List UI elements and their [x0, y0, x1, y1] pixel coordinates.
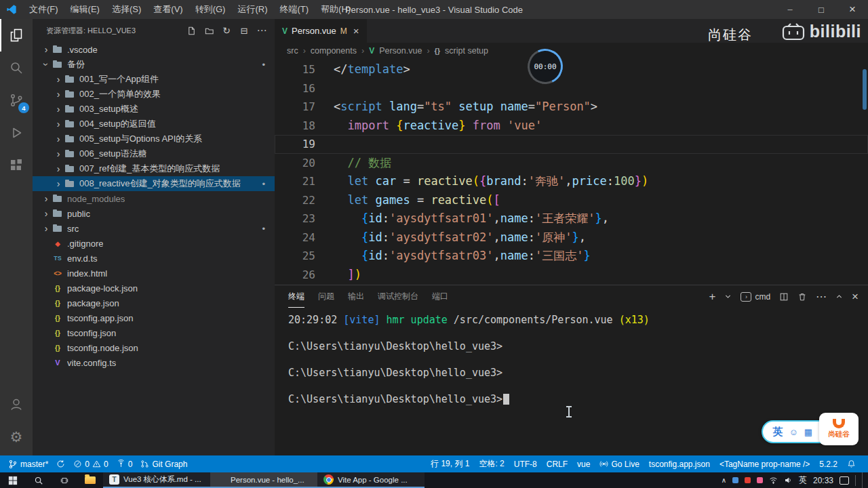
ime-keyboard-icon[interactable]: ▦	[804, 427, 812, 437]
close-panel-icon[interactable]	[852, 290, 859, 304]
tree-item[interactable]: 006_setup语法糖	[33, 146, 275, 161]
ime-language-indicator[interactable]: 英	[799, 474, 807, 486]
tree-item[interactable]: 001_写一个App组件	[33, 72, 275, 87]
new-file-icon[interactable]	[185, 24, 197, 37]
taskbar-app-button[interactable]: Person.vue - hello_...	[210, 472, 317, 488]
code-editor[interactable]: 15 </template> 16 17 <script lang="ts" s…	[275, 59, 868, 285]
menu-item[interactable]: 运行(R)	[231, 0, 273, 19]
extensions-icon[interactable]	[0, 149, 33, 182]
menu-item[interactable]: 编辑(E)	[64, 0, 106, 19]
tree-item[interactable]: public	[33, 206, 275, 221]
editor-tab[interactable]: Person.vue M	[275, 19, 367, 43]
git-graph-item[interactable]: Git Graph	[136, 455, 191, 472]
ime-mode[interactable]: 英	[772, 426, 783, 439]
tag-template-item[interactable]: <TagName prop-name />	[715, 455, 814, 472]
ime-toolbar[interactable]: 英 ☺ ▦ 尚硅谷	[762, 420, 857, 443]
encoding[interactable]: UTF-8	[510, 455, 541, 472]
notifications-bell-icon[interactable]	[843, 455, 860, 472]
panel-more-icon[interactable]	[816, 290, 827, 303]
cursor-position[interactable]: 行 19, 列 1	[427, 455, 473, 472]
new-folder-icon[interactable]	[203, 24, 215, 37]
problems-item[interactable]: 0 0	[69, 455, 112, 472]
tree-item[interactable]: src •	[33, 221, 275, 236]
tree-item[interactable]: tsconfig.app.json	[33, 310, 275, 325]
tray-app-icon[interactable]	[757, 477, 763, 483]
tree-item[interactable]: package-lock.json	[33, 281, 275, 296]
tree-item[interactable]: 004_setup的返回值	[33, 117, 275, 131]
breadcrumb-item[interactable]: script setup	[445, 46, 488, 56]
eol-sequence[interactable]: CRLF	[542, 455, 572, 472]
panel-tab[interactable]: 终端	[288, 285, 304, 308]
tree-item[interactable]: env.d.ts	[33, 251, 275, 266]
tree-item[interactable]: 008_reactive创建_对象类型的响应式数据 •	[33, 176, 275, 191]
terminal-profile[interactable]: cmd	[741, 292, 770, 302]
settings-gear-icon[interactable]: ⚙	[0, 420, 33, 453]
maximize-panel-icon[interactable]	[835, 293, 843, 300]
breadcrumb-item[interactable]: Person.vue	[379, 46, 422, 56]
explorer-icon[interactable]	[0, 19, 33, 52]
tree-item[interactable]: tsconfig.node.json	[33, 340, 275, 355]
menu-item[interactable]: 转到(G)	[189, 0, 232, 19]
tree-item[interactable]: node_modules	[33, 191, 275, 206]
start-button[interactable]	[0, 472, 26, 488]
taskbar-search-icon[interactable]	[26, 472, 52, 488]
tree-item[interactable]: vite.config.ts	[33, 355, 275, 370]
refresh-icon[interactable]	[220, 24, 233, 37]
menu-item[interactable]: 文件(F)	[23, 0, 64, 19]
minimize-button[interactable]	[774, 0, 806, 19]
new-terminal-icon[interactable]	[709, 291, 715, 302]
tree-item[interactable]: 007_ref创建_基本类型的响应式数据	[33, 161, 275, 176]
panel-tab[interactable]: 端口	[432, 285, 448, 308]
tree-item[interactable]: .vscode	[33, 42, 275, 57]
ports-item[interactable]: 0	[113, 455, 137, 472]
kill-terminal-icon[interactable]	[797, 292, 807, 302]
language-mode[interactable]: vue	[573, 455, 594, 472]
tree-item[interactable]: 003_setup概述	[33, 102, 275, 117]
terminal-dropdown-icon[interactable]	[724, 293, 732, 300]
show-desktop-button[interactable]	[862, 472, 865, 488]
search-icon[interactable]	[0, 52, 33, 84]
network-icon[interactable]	[769, 476, 778, 485]
collapse-all-icon[interactable]	[238, 24, 250, 37]
menu-item[interactable]: 终端(T)	[273, 0, 315, 19]
tree-item[interactable]: package.json	[33, 296, 275, 310]
volume-icon[interactable]	[784, 476, 793, 485]
git-branch-item[interactable]: master*	[4, 455, 52, 472]
tray-app-icon[interactable]	[732, 477, 738, 483]
tsconfig-item[interactable]: tsconfig.app.json	[645, 455, 714, 472]
close-button[interactable]	[837, 0, 868, 19]
overview-ruler-decoration[interactable]	[863, 69, 867, 110]
file-explorer-icon[interactable]	[77, 472, 103, 488]
action-center-icon[interactable]	[840, 476, 849, 485]
tree-item[interactable]: index.html	[33, 266, 275, 281]
clock[interactable]: 20:33	[813, 476, 833, 485]
source-control-icon[interactable]: 4	[0, 84, 33, 117]
taskbar-app-button[interactable]: Vite App - Google ...	[317, 472, 425, 488]
tab-close-icon[interactable]	[351, 25, 359, 37]
tree-item[interactable]: 005_setup与Options API的关系	[33, 131, 275, 146]
indentation[interactable]: 空格: 2	[475, 455, 508, 472]
ime-emoji-icon[interactable]: ☺	[789, 427, 797, 437]
panel-tab[interactable]: 问题	[318, 285, 334, 308]
taskbar-app-button[interactable]: Vue3 核心体系.md - ...	[103, 472, 210, 488]
task-view-icon[interactable]	[52, 472, 77, 488]
panel-tab[interactable]: 输出	[348, 285, 364, 308]
tray-expand-icon[interactable]: ∧	[722, 476, 726, 484]
sync-item[interactable]	[52, 455, 69, 472]
tray-app-icon[interactable]	[745, 477, 751, 483]
account-icon[interactable]	[0, 388, 33, 420]
tree-item[interactable]: .gitignore	[33, 236, 275, 251]
menu-item[interactable]: 选择(S)	[106, 0, 147, 19]
breadcrumb-item[interactable]: src	[287, 46, 298, 56]
tree-item[interactable]: 002_一个简单的效果	[33, 87, 275, 102]
panel-tab[interactable]: 调试控制台	[378, 285, 418, 308]
breadcrumb-item[interactable]: components	[311, 46, 357, 56]
tree-item[interactable]: 备份 •	[33, 57, 275, 72]
maximize-button[interactable]	[806, 0, 837, 19]
tree-item[interactable]: tsconfig.json	[33, 325, 275, 340]
more-actions-icon[interactable]	[256, 24, 268, 37]
vue-version[interactable]: 5.2.2	[815, 455, 842, 472]
run-debug-icon[interactable]	[0, 117, 33, 149]
go-live-item[interactable]: Go Live	[595, 455, 643, 472]
split-terminal-icon[interactable]	[779, 292, 789, 302]
